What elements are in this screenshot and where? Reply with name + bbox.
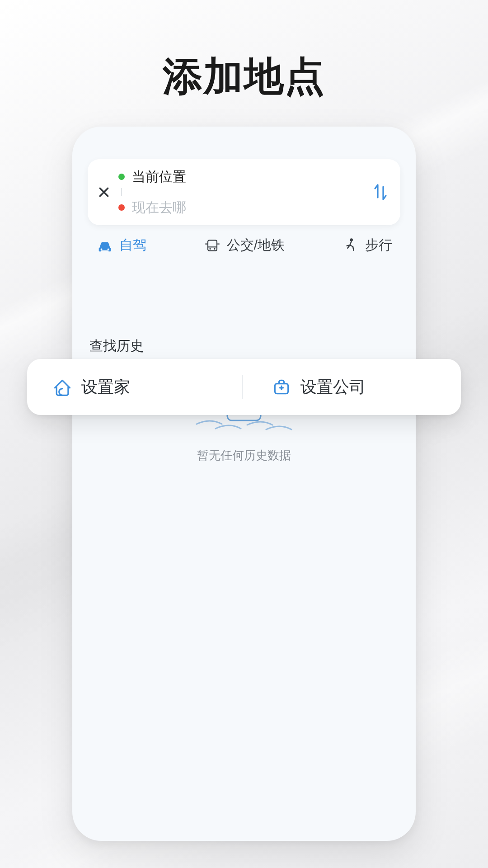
field-connector	[118, 188, 125, 196]
svg-point-5	[214, 248, 215, 249]
history-title: 查找历史	[89, 337, 399, 355]
route-search-card: 当前位置 现在去哪	[88, 159, 400, 225]
destination-field[interactable]: 现在去哪	[118, 196, 364, 219]
bus-icon	[203, 236, 221, 255]
page-title: 添加地点	[0, 50, 488, 104]
set-home-label: 设置家	[81, 376, 130, 398]
mode-walk-label: 步行	[365, 236, 392, 255]
mode-drive-label: 自驾	[119, 236, 146, 255]
mode-transit[interactable]: 公交/地铁	[203, 236, 285, 255]
svg-point-4	[209, 248, 211, 249]
transport-modes: 自驾 公交/地铁 步行	[88, 236, 400, 255]
home-icon	[52, 377, 72, 397]
mode-transit-label: 公交/地铁	[227, 236, 285, 255]
set-company-label: 设置公司	[300, 376, 366, 398]
swap-icon	[371, 182, 389, 202]
dest-dot-icon	[118, 204, 125, 211]
start-dot-icon	[118, 174, 125, 180]
start-location-field[interactable]: 当前位置	[118, 165, 364, 188]
destination-placeholder: 现在去哪	[132, 198, 186, 217]
walk-icon	[342, 236, 360, 255]
car-icon	[96, 236, 114, 255]
svg-rect-2	[208, 240, 217, 250]
svg-point-1	[108, 248, 109, 250]
swap-button[interactable]	[368, 163, 393, 222]
mode-drive[interactable]: 自驾	[96, 236, 146, 255]
quick-set-card: 设置家 设置公司	[27, 359, 461, 415]
mode-walk[interactable]: 步行	[342, 236, 392, 255]
set-company-button[interactable]: 设置公司	[243, 376, 461, 398]
route-fields: 当前位置 现在去哪	[117, 163, 368, 222]
briefcase-icon	[272, 377, 291, 397]
phone-frame: 当前位置 现在去哪 自驾	[72, 127, 416, 841]
start-location-label: 当前位置	[132, 168, 186, 186]
close-button[interactable]	[91, 163, 117, 222]
set-home-button[interactable]: 设置家	[27, 376, 242, 398]
close-icon	[97, 185, 111, 199]
empty-history-text: 暂无任何历史数据	[89, 448, 399, 463]
svg-point-0	[101, 248, 103, 250]
